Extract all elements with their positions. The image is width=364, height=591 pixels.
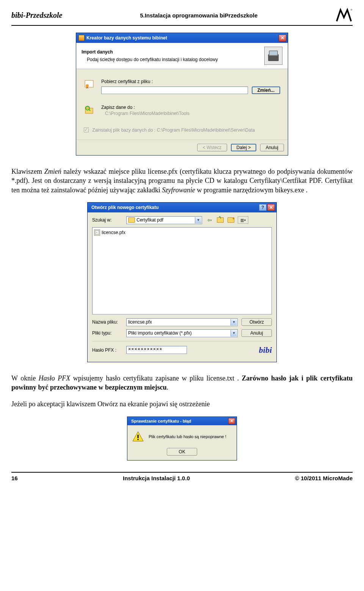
header-brand: bibi-Przedszkole [11,11,62,20]
filetype-combo[interactable]: Pliki importu certyfikatów (*.pfx) ▼ [126,329,238,337]
certificate-icon [84,79,94,90]
back-arrow-icon[interactable]: ⇦ [206,216,213,224]
close-icon[interactable]: ✕ [267,204,275,211]
micromade-logo: ® [335,8,353,23]
app-icon [78,35,85,41]
import-heading: Import danych [82,49,264,55]
dialog-title: Sprawdzanie certyfikatu - błąd [130,419,228,423]
save-dest-label: Zapisz dane do : [101,105,280,110]
save-dest-path: C:\Program Files\MicroMade\bibinet\Tools [101,111,280,116]
install-db-checkbox [84,127,89,132]
paragraph-3: Jeżeli po akceptacji klawiszem Otwórz na… [11,399,353,409]
error-message: Plik certyfikatu lub hasło są niepoprawn… [149,434,226,439]
import-subheading: Podaj ścieżkę dostępu do certyfikatu ins… [82,57,264,62]
svg-point-5 [86,84,89,87]
dialog-title: Kreator bazy danych systemu bibinet [86,35,279,41]
lookin-label: Szukaj w: [92,217,126,223]
cancel-button[interactable]: Anuluj [242,329,272,337]
open-button[interactable]: Otwórz [242,318,272,326]
pfx-file-icon [94,229,100,236]
open-file-dialog: Otwórz plik nowego certyfikatu ? ✕ Szuka… [87,202,277,362]
dialog-title: Otwórz plik nowego certyfikatu [90,205,259,210]
page-footer: 16 Instrukcja Instalacji 1.0.0 © 10/2011… [11,472,353,481]
filename-label: Nazwa pliku: [92,319,126,325]
password-label: Hasło PFX : [92,347,126,353]
paragraph-2: W oknie Hasło PFX wpisujemy hasło certyf… [11,374,353,392]
svg-rect-3 [270,51,277,55]
warning-icon [132,431,144,443]
install-db-label: Zainstaluj plik bazy danych do : C:\Prog… [92,127,255,133]
next-button[interactable]: Dalej > [231,144,257,151]
header-section-title: 5.Instalacja oprogramowania biPrzedszkol… [140,12,257,19]
chevron-down-icon[interactable]: ▼ [231,330,237,336]
save-folder-icon [84,105,94,115]
database-icon [264,47,282,65]
lookin-value: Certyfikat pdf [136,217,163,223]
ok-button[interactable]: OK [167,448,197,456]
folder-icon [128,217,135,223]
close-icon[interactable]: ✕ [279,35,286,41]
filetype-label: Pliki typu: [92,330,126,336]
page-header: bibi-Przedszkole 5.Instalacja oprogramow… [11,8,353,26]
up-folder-icon[interactable]: ↰ [217,216,224,224]
cert-source-label: Pobierz certyfikat z pliku : [101,79,280,84]
help-icon[interactable]: ? [259,204,267,211]
close-icon[interactable]: ✕ [228,418,235,424]
password-input[interactable]: ××××××××××× [126,346,187,354]
view-menu-icon[interactable]: ▥▾ [238,216,248,224]
file-list[interactable]: licencse.pfx [92,227,272,314]
svg-rect-10 [138,435,139,438]
wizard-dialog: Kreator bazy danych systemu bibinet ✕ Im… [76,33,288,156]
footer-center: Instrukcja Instalacji 1.0.0 [123,475,190,481]
lookin-combo[interactable]: Certyfikat pdf ▼ [126,216,202,224]
svg-rect-11 [138,439,139,440]
paragraph-1: Klawiszem Zmień należy wskazać miejsce p… [11,167,353,195]
titlebar: Sprawdzanie certyfikatu - błąd ✕ [127,417,237,425]
chevron-down-icon[interactable]: ▼ [231,319,237,325]
bibi-logo: bibi [259,345,272,355]
new-folder-icon[interactable]: ✦ [227,216,235,224]
chevron-down-icon[interactable]: ▼ [195,217,201,223]
filetype-value: Pliki importu certyfikatów (*.pfx) [128,330,191,336]
titlebar: Kreator bazy danych systemu bibinet ✕ [76,33,288,43]
svg-text:®: ® [350,8,353,11]
titlebar: Otwórz plik nowego certyfikatu ? ✕ [88,203,276,212]
file-item[interactable]: licencse.pfx [94,229,270,236]
change-button[interactable]: Zmień... [252,86,280,94]
filename-combo[interactable]: licencse.pfx ▼ [126,318,238,326]
footer-copyright: © 10/2011 MicroMade [295,475,353,481]
error-dialog: Sprawdzanie certyfikatu - błąd ✕ Plik ce… [127,417,237,461]
filename-value: licencse.pfx [128,319,152,325]
page-number: 16 [11,475,18,481]
cert-path-input[interactable] [101,86,248,94]
dialog-header-panel: Import danych Podaj ścieżkę dostępu do c… [76,43,288,69]
back-button: < Wstecz [197,144,228,151]
file-name: licencse.pfx [102,230,126,235]
cancel-button[interactable]: Anuluj [260,144,284,151]
